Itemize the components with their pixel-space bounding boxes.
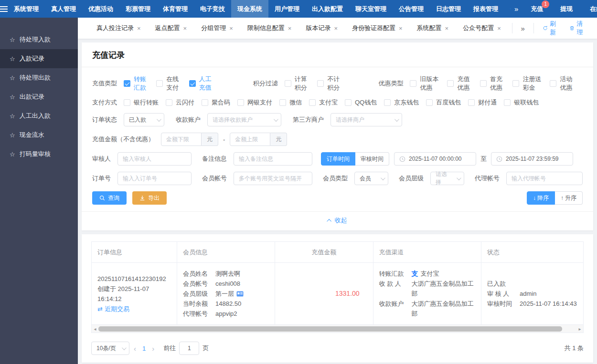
scroll-right-icon[interactable]: ▸: [576, 325, 583, 333]
sidebar-item-deposit-records[interactable]: ☆ 入款记录: [0, 49, 78, 68]
search-button[interactable]: 查询: [92, 191, 127, 205]
nav-item-users[interactable]: 用户管理: [268, 0, 306, 18]
sidebar-item-manual[interactable]: ☆ 人工出入款: [0, 106, 78, 125]
close-icon[interactable]: ×: [497, 25, 501, 32]
nav-item-announce[interactable]: 公告管理: [393, 0, 430, 18]
nav-item-dividend[interactable]: 分红管: [504, 0, 511, 18]
nav-item-cash[interactable]: 现金系统: [231, 0, 268, 18]
pay-method-option[interactable]: 京东钱包: [384, 98, 419, 107]
nav-item-reports[interactable]: 报表管理: [467, 0, 504, 18]
close-icon[interactable]: ×: [288, 25, 292, 32]
scroll-left-icon[interactable]: ◂: [92, 325, 98, 333]
nav-item-live[interactable]: 真人管理: [45, 0, 82, 18]
third-party-select[interactable]: 请选择商户: [330, 113, 402, 126]
page-size-select[interactable]: 10条/页: [91, 342, 129, 355]
promo-option[interactable]: 充值优惠: [447, 75, 473, 92]
sidebar-item-withdraw-records[interactable]: ☆ 出款记录: [0, 87, 78, 106]
nav-item-sports[interactable]: 体育管理: [157, 0, 194, 18]
recent-trades-link[interactable]: ⇄ 近期交易: [97, 304, 129, 314]
nav-item-chatroom[interactable]: 聊天室管理: [349, 0, 393, 18]
pay-method-option[interactable]: 百度钱包: [426, 98, 461, 107]
promo-option[interactable]: 旧版本优惠: [410, 75, 440, 92]
pay-method-option[interactable]: 银行转账: [124, 98, 159, 107]
promo-option[interactable]: 注册送彩金: [512, 75, 543, 92]
next-page-button[interactable]: ›: [148, 344, 159, 353]
quick-online[interactable]: 在线 2: [590, 5, 597, 13]
date-to-input[interactable]: 2025-11-07 23:59:59: [491, 152, 573, 166]
scrollbar-thumb[interactable]: [98, 326, 562, 332]
tab-system-config[interactable]: 系统配置 ×: [410, 24, 456, 32]
audit-time-toggle[interactable]: 审核时间: [355, 152, 389, 166]
member-account-input[interactable]: [234, 172, 312, 185]
close-icon[interactable]: ×: [183, 25, 187, 32]
amount-min-input[interactable]: [161, 133, 202, 146]
close-icon[interactable]: ×: [334, 25, 338, 32]
prev-page-button[interactable]: ‹: [129, 344, 140, 353]
close-icon[interactable]: ×: [399, 25, 403, 32]
tab-group-manage[interactable]: 分组管理 ×: [194, 24, 240, 32]
date-from-input[interactable]: 2025-11-07 00:00:00: [394, 152, 476, 166]
sort-desc-icon: ↓: [533, 195, 536, 201]
pay-method-option[interactable]: QQ钱包: [345, 98, 377, 107]
close-icon[interactable]: ×: [229, 25, 233, 32]
remark-input[interactable]: [234, 152, 312, 166]
charge-type-option[interactable]: 在线支付: [156, 75, 181, 92]
sidebar-item-cash-flow[interactable]: ☆ 现金流水: [0, 125, 78, 145]
channel-cell: 转账汇款 支支付宝 收 款 人大沥广惠五金制品加工部 收款账户大沥广惠五金制品加…: [373, 263, 481, 324]
pay-method-option[interactable]: 支付宝: [309, 98, 338, 107]
export-button[interactable]: 导出: [132, 191, 167, 205]
promo-option[interactable]: 首充优惠: [480, 75, 506, 92]
pay-method-option[interactable]: 云闪付: [166, 98, 194, 107]
sort-desc-button[interactable]: ↓ 降序: [527, 191, 555, 205]
nav-item-lottery[interactable]: 彩票管理: [119, 0, 157, 18]
pay-method-option[interactable]: 财付通: [468, 98, 497, 107]
member-level-select[interactable]: 请选择: [430, 172, 464, 185]
tab-version-records[interactable]: 版本记录 ×: [298, 24, 345, 32]
horizontal-scrollbar[interactable]: ◂ ▸: [91, 325, 584, 333]
order-no-input[interactable]: [117, 172, 192, 185]
tab-live-bets[interactable]: 真人投注记录 ×: [89, 24, 148, 32]
goto-page-input[interactable]: [179, 342, 199, 355]
close-icon[interactable]: ×: [137, 25, 141, 32]
nav-item-esports[interactable]: 电子竞技: [194, 0, 231, 18]
pay-method-option[interactable]: 银联钱包: [504, 98, 539, 107]
sidebar-item-pending-withdraw[interactable]: ☆ 待处理出款: [0, 68, 78, 87]
sidebar-item-pending-deposit[interactable]: ☆ 待处理入款: [0, 30, 78, 49]
agent-account-input[interactable]: [506, 172, 583, 185]
amount-max-input[interactable]: [230, 133, 270, 146]
level-card-icon[interactable]: [236, 291, 244, 297]
promo-option[interactable]: 活动优惠: [550, 75, 576, 92]
auditor-input[interactable]: [117, 152, 192, 166]
charge-type-option[interactable]: 人工充值: [189, 75, 214, 92]
close-icon[interactable]: ×: [445, 25, 449, 32]
receive-account-select[interactable]: 请选择收款账户: [207, 113, 281, 126]
menu-toggle-icon[interactable]: [0, 0, 8, 18]
points-option[interactable]: 计算积分: [285, 75, 310, 92]
page-number[interactable]: 1: [140, 345, 148, 352]
clear-button[interactable]: 清理: [565, 20, 591, 37]
points-option[interactable]: 不计积分: [317, 75, 342, 92]
refresh-button[interactable]: 刷新: [538, 20, 565, 37]
pay-method-option[interactable]: 聚合码: [202, 98, 230, 107]
nav-item-payment-config[interactable]: 出入款配置: [306, 0, 349, 18]
tab-authenticator-config[interactable]: 身份验证器配置 ×: [345, 24, 410, 32]
collapse-toggle[interactable]: 收起: [82, 211, 593, 230]
quick-deposit[interactable]: 充值 1: [531, 5, 543, 13]
member-type-select[interactable]: 会员: [354, 172, 388, 185]
nav-overflow-icon[interactable]: »: [511, 5, 522, 13]
sidebar-item-turnover-audit[interactable]: ☆ 打码量审核: [0, 145, 78, 164]
nav-item-promo[interactable]: 优惠活动: [82, 0, 119, 18]
tab-overflow-icon[interactable]: »: [516, 24, 530, 32]
tab-official-account-config[interactable]: 公众号配置 ×: [456, 24, 508, 32]
tab-restrict-config[interactable]: 限制信息配置 ×: [240, 24, 299, 32]
order-time-toggle[interactable]: 订单时间: [321, 152, 355, 166]
order-status-select[interactable]: 已入款: [124, 113, 164, 126]
nav-item-logs[interactable]: 日志管理: [430, 0, 467, 18]
nav-item-system[interactable]: 系统管理: [8, 0, 45, 18]
quick-withdraw[interactable]: 提现: [560, 5, 573, 13]
tab-rebate-config[interactable]: 返点配置 ×: [148, 24, 194, 32]
pay-method-option[interactable]: 微信: [279, 98, 302, 107]
charge-type-option[interactable]: 转账汇款: [124, 75, 149, 92]
pay-method-option[interactable]: 网银支付: [237, 98, 272, 107]
sort-asc-button[interactable]: ↑ 升序: [555, 191, 583, 205]
